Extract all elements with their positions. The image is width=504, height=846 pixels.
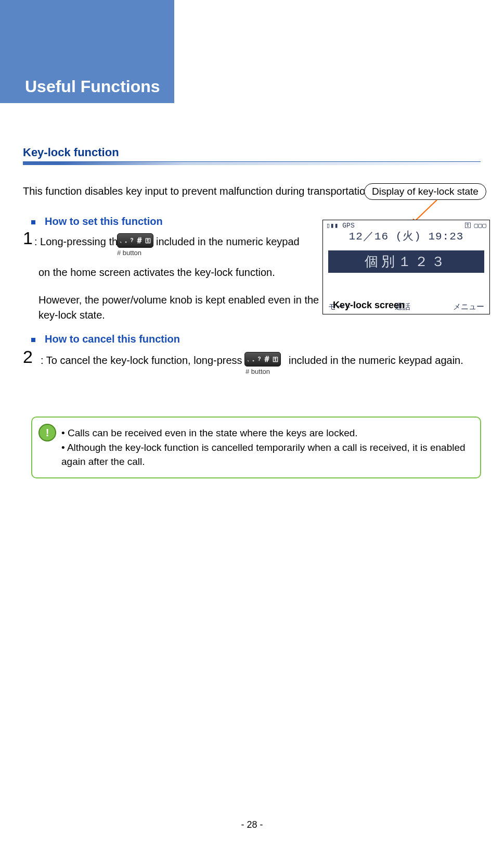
page-number: - 28 -	[0, 819, 504, 830]
hash-button-icon: 、。? ＃ ⚿	[244, 352, 281, 367]
hash-button-hash-glyph: ＃	[135, 235, 144, 246]
note-exclamation-icon: !	[38, 424, 56, 441]
chapter-title: Useful Functions	[25, 77, 160, 96]
hash-button-left-symbols: 、。?	[120, 237, 133, 244]
hash-button-key-icon: ⚿	[145, 237, 151, 244]
bullet-icon	[31, 220, 35, 224]
note-line-2: • Although the key-lock function is canc…	[61, 440, 471, 469]
hash-button-left-symbols: 、。?	[247, 356, 261, 363]
phone-status-battery-icon: ▢▢▢	[474, 221, 486, 230]
subhead-how-to-set-text: How to set this function	[45, 216, 163, 227]
phone-status-lock-icon: ⚿	[464, 222, 471, 230]
keylock-screen-label: Key-lock screen	[333, 300, 405, 311]
section-underline	[23, 161, 481, 165]
bullet-icon	[31, 338, 35, 342]
hash-button-key-icon: ⚿	[273, 356, 278, 362]
manual-page: Useful Functions Key-lock function This …	[0, 0, 504, 846]
phone-datetime: 12／16 (火) 19:23	[323, 229, 489, 243]
hash-button-label-1: # button	[117, 249, 141, 257]
subhead-how-to-set: How to set this function	[31, 216, 163, 228]
section-heading: Key-lock function	[23, 146, 119, 159]
subhead-how-to-cancel: How to cancel this function	[31, 333, 180, 345]
phone-softkey-right: メニュー	[453, 302, 484, 312]
hash-button-icon: 、。? ＃ ⚿	[117, 233, 153, 248]
step1-text-line3: However, the power/volume knob is kept e…	[38, 293, 330, 323]
note-line-1: • Calls can be received even in the stat…	[61, 426, 471, 440]
phone-mode-band: 個別１２３	[328, 250, 484, 273]
step1-text-post: included in the numeric keypad	[156, 236, 328, 248]
hash-button-label-2: # button	[245, 368, 270, 375]
subhead-how-to-cancel-text: How to cancel this function	[45, 333, 180, 345]
section-intro-text: This function disables key input to prev…	[23, 185, 408, 197]
step2-text-pre: : To cancel the key-lock function, long-…	[41, 355, 260, 367]
step-number-2: 2	[23, 347, 33, 367]
step1-text-line2: on the home screen activates the key-loc…	[38, 267, 330, 279]
step-number-1: 1	[23, 228, 33, 248]
callout-display-keylock: Display of key-lock state	[364, 183, 486, 200]
hash-button-hash-glyph: ＃	[263, 354, 271, 365]
step2-text-post: included in the numeric keypad again.	[289, 355, 497, 367]
note-box: ! • Calls can be received even in the st…	[31, 416, 481, 478]
